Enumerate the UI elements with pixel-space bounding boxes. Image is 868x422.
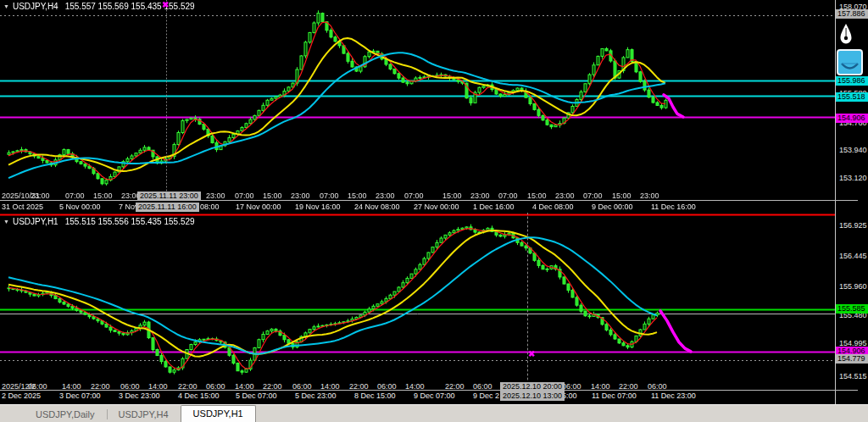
date-axis-tick: 5 Dec 23:00: [295, 392, 337, 400]
symbol-period-label: USDJPY,H1: [13, 217, 58, 226]
collapse-triangle-icon[interactable]: ▼: [3, 219, 9, 225]
time-axis-tick: 22:00: [349, 383, 369, 391]
time-axis-tick: 07:00: [583, 192, 603, 200]
date-axis-tick: 5 Nov 00:00: [59, 203, 101, 211]
symbol-period-label: USDJPY,H4: [13, 2, 58, 11]
time-axis-tick: 23:00: [555, 192, 575, 200]
time-axis-tick: 23:00: [640, 192, 659, 200]
chart-pane-h1[interactable]: [0, 213, 835, 382]
date-axis-tick: 1 Dec 16:00: [473, 203, 515, 211]
crosshair-time-label: 2025.11.11 23:00: [137, 192, 201, 201]
time-axis-tick: 15:00: [527, 192, 547, 200]
date-axis-tick: 27 Nov 00:00: [414, 203, 459, 211]
chart-tab-bar: USDJPY,Daily USDJPY,H4 USDJPY,H1: [0, 404, 868, 422]
price-axis-tick: 155.960: [839, 282, 868, 292]
time-axis-tick: 14:00: [320, 383, 340, 391]
price-axis-tick: 154.515: [839, 372, 868, 381]
time-axis-tick: 23:00: [206, 192, 225, 200]
time-axis-tick: 22:00: [619, 383, 638, 391]
crosshair-x-marker: ✖: [162, 1, 169, 9]
price-axis-tick: 156.445: [839, 252, 868, 261]
time-axis-tick: 15:00: [348, 192, 367, 200]
time-axis-tick: 23:00: [376, 192, 395, 200]
date-axis-tick: 9 Dec 07:00: [414, 392, 455, 400]
price-level-label: 157.886: [836, 9, 868, 19]
price-level-label: 155.518: [836, 92, 868, 102]
date-axis-tick: 4 Dec 15:00: [178, 392, 220, 400]
time-axis-tick: 06:00: [120, 383, 140, 391]
date-axis-tick: 5 Dec 07:00: [236, 392, 277, 400]
date-axis-tick: 9 Dec 00:00: [592, 203, 633, 211]
date-axis-tick: 11 Dec 16:00: [651, 203, 696, 211]
time-axis-tick: 14:00: [62, 383, 81, 391]
price-axis-tick: 156.925: [839, 221, 868, 230]
time-axis-tick: 14:00: [591, 383, 610, 391]
time-axis-tick: 22:00: [91, 383, 110, 391]
price-level-label: 154.779: [836, 354, 868, 364]
ohlc-values: 155.515 155.556 155.435 155.529: [65, 217, 195, 226]
time-axis-tick: 22:00: [445, 383, 465, 391]
date-axis-tick: 8 Dec 15:00: [354, 392, 396, 400]
time-axis-tick: 06:00: [648, 383, 667, 391]
time-axis-tick: 14:00: [235, 383, 254, 391]
time-axis-tick: 23:00: [31, 192, 50, 200]
time-axis-tick: 07:00: [235, 192, 254, 200]
pen-tool-icon[interactable]: [837, 23, 854, 48]
time-axis-tick: 15:00: [612, 192, 632, 200]
ohlc-values: 155.557 155.569 155.435 155.529: [65, 2, 195, 11]
price-axis-tick: 153.940: [839, 146, 868, 155]
date-axis-tick: 31 Oct 2025: [2, 203, 43, 211]
time-axis-tick: 06:00: [206, 383, 225, 391]
time-axis-tick: 15:00: [263, 192, 282, 200]
time-axis-tick: 06:00: [28, 383, 47, 391]
date-axis-tick: 11 Dec 23:00: [651, 392, 696, 400]
time-axis-tick: 22:00: [263, 383, 282, 391]
price-axis-separator: [835, 0, 836, 404]
time-axis-tick: 06:00: [292, 383, 312, 391]
chart-header-h1: ▼USDJPY,H1155.515 155.556 155.435 155.52…: [3, 217, 195, 226]
date-axis-tick: 11 Dec 07:00: [592, 392, 637, 400]
brand-logo-button[interactable]: [837, 49, 863, 75]
price-level-label: 155.585: [836, 304, 868, 314]
time-axis-tick: 07:00: [498, 192, 518, 200]
price-level-label: 154.906: [836, 114, 868, 123]
time-axis-tick: 07:00: [320, 192, 339, 200]
date-axis-tick: 19 Nov 16:00: [295, 203, 341, 211]
chart-pane-h4[interactable]: [0, 0, 835, 192]
time-axis-tick: 07:00: [404, 192, 424, 200]
time-axis-tick: 23:00: [291, 192, 310, 200]
time-axis-tick: 07:00: [65, 192, 85, 200]
time-axis-tick: 14:00: [405, 383, 425, 391]
date-axis-tick: 4 Dec 08:00: [532, 203, 574, 211]
date-axis-tick: 3 Dec 07:00: [59, 392, 101, 400]
crosshair-date-label: 2025.12.10 13:00: [500, 391, 565, 401]
price-axis-tick: 153.120: [839, 174, 868, 183]
tab-usdjpy-h1[interactable]: USDJPY,H1: [181, 405, 256, 422]
time-axis-tick: 15:00: [442, 192, 462, 200]
date-axis-tick: 9 Dec 2: [473, 392, 499, 400]
date-axis-tick: 17 Nov 00:00: [236, 203, 281, 211]
time-axis-tick: 06:00: [562, 383, 581, 391]
time-axis-tick: 23:00: [470, 192, 490, 200]
price-level-label: 155.986: [836, 76, 868, 86]
crosshair-time-label: 2025.12.10 20:00: [500, 382, 565, 391]
collapse-triangle-icon[interactable]: ▼: [3, 3, 9, 9]
crosshair-x-marker: ✖: [528, 350, 535, 358]
time-axis-tick: 06:00: [473, 383, 492, 391]
time-axis-tick: 06:00: [377, 383, 397, 391]
time-axis-tick: 14:00: [148, 383, 168, 391]
date-axis-tick: 24 Nov 08:00: [354, 203, 400, 211]
date-axis-tick: 3 Dec 23:00: [119, 392, 160, 400]
tab-usdjpy-h4[interactable]: USDJPY,H4: [107, 407, 181, 422]
date-axis-tick: 2 Dec 2025: [2, 392, 41, 400]
mt4-chart-window: ▼USDJPY,H4155.557 155.569 155.435 155.52…: [0, 0, 868, 422]
time-axis-tick: 22:00: [178, 383, 198, 391]
time-axis-tick: 15:00: [93, 192, 113, 200]
crosshair-date-label: 2025.11.11 16:00: [136, 203, 199, 212]
tab-usdjpy-daily[interactable]: USDJPY,Daily: [24, 407, 107, 422]
time-axis-separator-h4: [0, 200, 858, 201]
